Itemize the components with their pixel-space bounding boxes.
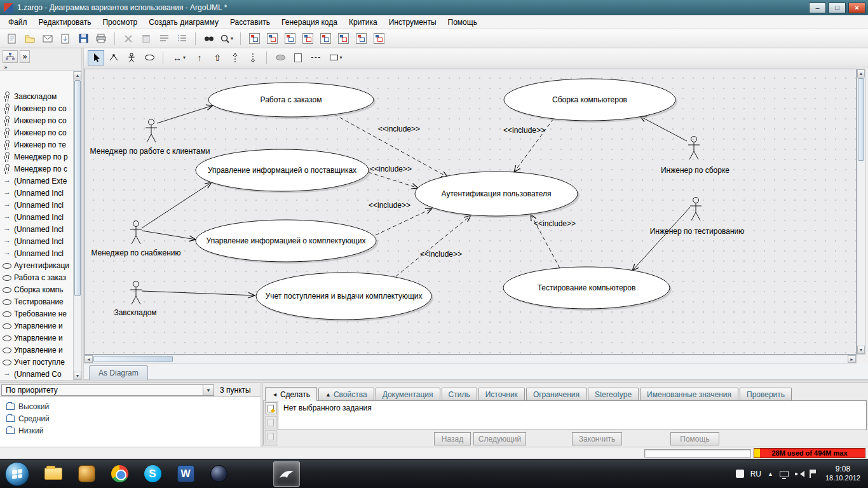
tab-properties[interactable]: ▲Свойства bbox=[318, 388, 374, 401]
tree-item[interactable]: Сборка компь bbox=[0, 283, 81, 295]
snooze-item-button[interactable] bbox=[265, 430, 277, 442]
tree-item[interactable]: Инженер по со bbox=[0, 114, 81, 126]
settings-diagram-icon[interactable] bbox=[370, 30, 387, 46]
menu-create-diagram[interactable]: Создать диаграмму bbox=[143, 16, 224, 29]
tab-tagged-values[interactable]: Именованные значения bbox=[640, 388, 738, 401]
volume-icon[interactable] bbox=[795, 470, 803, 478]
zoom-icon[interactable]: ▾ bbox=[219, 30, 235, 46]
tree-item[interactable]: Учет поступле bbox=[0, 356, 81, 368]
include-edge-components-auth[interactable] bbox=[376, 208, 432, 235]
todo-item-high[interactable]: Высокий bbox=[6, 400, 261, 412]
explorer-order-button[interactable] bbox=[3, 50, 18, 63]
help-button[interactable]: Помощь bbox=[670, 432, 719, 445]
usecase-tool[interactable] bbox=[141, 50, 158, 65]
back-button[interactable]: Назад bbox=[434, 432, 471, 445]
print-icon[interactable] bbox=[93, 30, 109, 46]
tab-checklist[interactable]: Проверить bbox=[740, 388, 792, 401]
class-diagram-icon[interactable] bbox=[264, 30, 280, 46]
tab-style[interactable]: Стиль bbox=[442, 388, 477, 401]
tree-item[interactable]: Требование не bbox=[0, 308, 81, 320]
tree-item[interactable]: Завскладом bbox=[0, 90, 81, 102]
menu-tools[interactable]: Инструменты bbox=[383, 16, 442, 29]
tree-item[interactable]: (Unnamed Exte bbox=[0, 175, 81, 187]
tree-item[interactable]: Тестирование bbox=[0, 295, 81, 308]
tab-stereotype[interactable]: Stereotype bbox=[588, 388, 639, 401]
state-diagram-icon[interactable] bbox=[281, 30, 298, 46]
broken-line-tool[interactable] bbox=[105, 50, 122, 65]
todo-item-medium[interactable]: Средний bbox=[6, 412, 261, 424]
actor-tool[interactable] bbox=[123, 50, 140, 65]
comment-tool[interactable] bbox=[290, 50, 306, 65]
new-project-icon[interactable] bbox=[4, 30, 20, 46]
menu-arrange[interactable]: Расставить bbox=[224, 16, 276, 29]
scrollbar-thumb[interactable] bbox=[74, 80, 81, 296]
export-icon[interactable] bbox=[57, 30, 74, 46]
find-icon[interactable] bbox=[201, 30, 217, 46]
taskbar-chrome-icon[interactable] bbox=[106, 461, 133, 487]
tree-item[interactable]: Инженер по те bbox=[0, 139, 81, 151]
actor-testing-engineer[interactable] bbox=[690, 198, 702, 221]
menu-edit[interactable]: Редактировать bbox=[33, 16, 97, 29]
scroll-up-icon[interactable]: ▲ bbox=[857, 69, 865, 78]
association-tool[interactable]: ↔ ▾ bbox=[168, 50, 190, 65]
explorer-scrollbar[interactable]: ▲ ▼ bbox=[73, 71, 81, 380]
canvas-vscrollbar[interactable]: ▲ ▼ bbox=[857, 69, 865, 355]
scroll-right-icon[interactable]: ► bbox=[848, 355, 856, 363]
delete-icon[interactable] bbox=[138, 30, 154, 46]
association-assembly-engineer[interactable] bbox=[640, 116, 687, 141]
menu-critique[interactable]: Критика bbox=[343, 16, 383, 29]
extension-point-tool[interactable] bbox=[272, 50, 288, 65]
tree-item[interactable]: (Unnamed Incl bbox=[0, 187, 81, 199]
dropdown-caret-icon[interactable]: ▼ bbox=[203, 385, 214, 395]
taskbar-amber-app-icon[interactable] bbox=[73, 461, 100, 487]
tree-item[interactable]: Работа с заказ bbox=[0, 271, 81, 283]
critique-list-icon[interactable] bbox=[156, 30, 172, 46]
shape-tool[interactable]: ▾ bbox=[325, 50, 347, 65]
menu-generation[interactable]: Генерация кода bbox=[276, 16, 343, 29]
tree-item[interactable]: (Unnamed Incl bbox=[0, 235, 81, 247]
tree-item[interactable]: (Unnamed Co bbox=[0, 368, 81, 380]
tree-item[interactable]: (Unnamed Incl bbox=[0, 211, 81, 223]
include-edge-suppliers-auth[interactable] bbox=[369, 172, 418, 188]
scroll-left-icon[interactable]: ◄ bbox=[85, 355, 93, 363]
taskbar-word-icon[interactable] bbox=[172, 461, 199, 487]
association-testing-engineer[interactable] bbox=[632, 207, 690, 271]
scrollbar-thumb[interactable] bbox=[93, 356, 173, 362]
actor-manager-clients[interactable] bbox=[146, 119, 157, 143]
checklist-icon[interactable] bbox=[173, 30, 190, 46]
menu-view[interactable]: Просмотр bbox=[97, 16, 143, 29]
menu-file[interactable]: Файл bbox=[3, 16, 33, 29]
finish-button[interactable]: Закончить bbox=[572, 432, 622, 445]
network-icon[interactable] bbox=[780, 471, 789, 477]
tree-item[interactable]: Инженер по со bbox=[0, 102, 81, 114]
tree-item[interactable]: Управление и bbox=[0, 344, 81, 356]
clock[interactable]: 9:08 18.10.2012 bbox=[823, 464, 860, 483]
language-indicator[interactable]: RU bbox=[750, 470, 761, 478]
tab-constraints[interactable]: Ограничения bbox=[526, 388, 587, 401]
tab-documentation[interactable]: Документация bbox=[376, 388, 440, 401]
open-project-icon[interactable] bbox=[22, 30, 38, 46]
include-edge-accounting-auth[interactable] bbox=[396, 215, 471, 276]
tree-item[interactable]: (Unnamed Incl bbox=[0, 247, 81, 259]
taskbar-explorer-icon[interactable] bbox=[40, 461, 67, 487]
new-todo-item-button[interactable] bbox=[265, 402, 277, 414]
close-button[interactable]: × bbox=[848, 3, 865, 13]
resolve-item-button[interactable] bbox=[265, 416, 277, 428]
explorer-chevron-button[interactable]: » bbox=[20, 50, 30, 63]
tree-item[interactable]: Менеджер по с bbox=[0, 163, 81, 175]
minimize-button[interactable]: – bbox=[809, 3, 826, 13]
actor-assembly-engineer[interactable] bbox=[688, 137, 700, 160]
association-manager-supply-suppliers[interactable] bbox=[142, 182, 212, 228]
tab-as-diagram[interactable]: As Diagram bbox=[89, 365, 148, 380]
usecase-diagram-icon[interactable] bbox=[246, 30, 262, 46]
extend-tool[interactable] bbox=[227, 50, 243, 65]
tree-item[interactable]: Упарвление и bbox=[0, 332, 81, 344]
next-button[interactable]: Следующий bbox=[473, 432, 526, 445]
maximize-button[interactable]: □ bbox=[829, 3, 846, 13]
activity-diagram-icon[interactable] bbox=[299, 30, 316, 46]
taskbar-skype-icon[interactable] bbox=[139, 461, 166, 487]
action-center-flag-icon[interactable] bbox=[810, 470, 817, 478]
scroll-up-icon[interactable]: ▲ bbox=[74, 71, 81, 79]
tree-item[interactable]: (Unnamed Incl bbox=[0, 199, 81, 211]
todo-filter-dropdown[interactable]: По приоритету ▼ bbox=[1, 384, 214, 396]
